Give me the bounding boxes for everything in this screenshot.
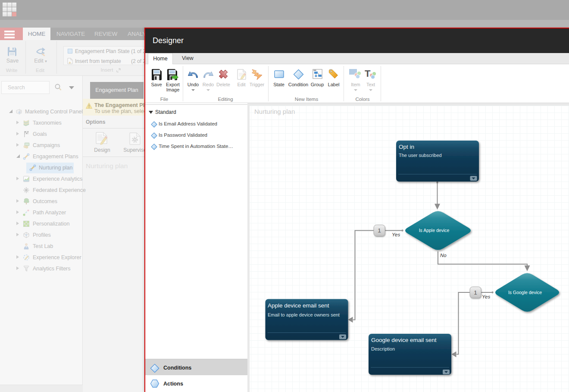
svg-text:1: 1 <box>474 289 477 296</box>
svg-text:No: No <box>440 253 447 258</box>
svg-text:Is Google device: Is Google device <box>508 290 542 295</box>
svg-text:Description: Description <box>371 346 395 351</box>
svg-text:The user subscribed: The user subscribed <box>399 153 442 158</box>
svg-text:Is Apple device: Is Apple device <box>419 228 450 233</box>
svg-text:Yes: Yes <box>392 232 400 237</box>
svg-text:Email to apple device owners s: Email to apple device owners sent <box>268 312 340 317</box>
svg-text:Google device email sent: Google device email sent <box>371 337 437 343</box>
svg-text:Yes: Yes <box>482 294 490 299</box>
svg-text:1: 1 <box>378 227 381 234</box>
svg-text:Opt in: Opt in <box>399 144 414 150</box>
svg-text:Apple device email sent: Apple device email sent <box>268 302 329 309</box>
